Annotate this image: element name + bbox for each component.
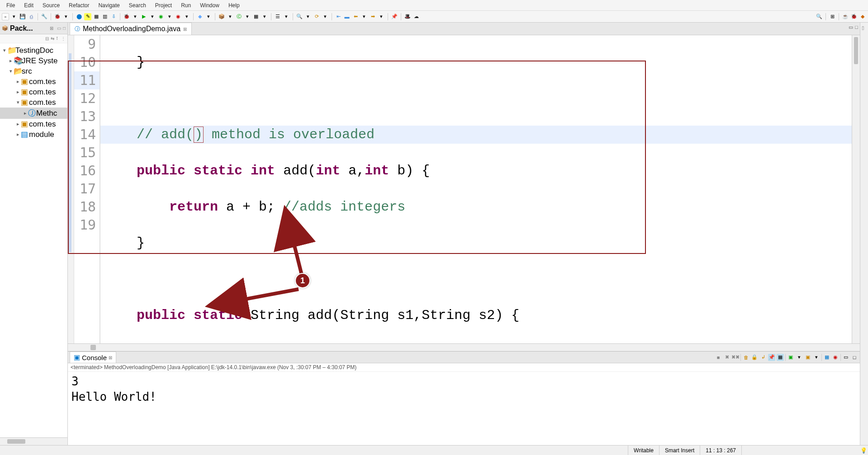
tree-module[interactable]: ▸▤module	[0, 129, 67, 140]
dropdown-icon[interactable]: ▾	[166, 13, 173, 20]
tree-class-selected[interactable]: ▸ⒿMethc	[0, 108, 67, 119]
remove-icon[interactable]: ✖	[723, 354, 730, 361]
run-icon[interactable]: ▶	[140, 13, 147, 20]
dropdown-icon[interactable]: ▾	[183, 13, 190, 20]
search-icon[interactable]: 🔍	[816, 13, 823, 20]
nav-icon[interactable]: ⇤	[335, 13, 342, 20]
new-icon[interactable]: ▫	[2, 13, 9, 20]
dropdown-icon[interactable]: ▾	[322, 13, 329, 20]
editor-hscrollbar[interactable]	[68, 343, 860, 351]
tool-icon[interactable]: ☰	[274, 13, 281, 20]
dropdown-icon[interactable]: ▾	[796, 354, 803, 361]
tree-project[interactable]: ▾📁TestingDoc	[0, 45, 67, 56]
minimize-icon[interactable]: ▭	[57, 26, 61, 31]
pin-icon[interactable]: 📌	[768, 354, 775, 361]
package-explorer-tab[interactable]: 📦 Pack... ⊠ ▭ □	[0, 23, 67, 34]
menu-icon[interactable]: ⋮	[61, 36, 66, 41]
debug-icon[interactable]: 🐞	[54, 13, 61, 20]
nav-icon[interactable]: ▬	[343, 13, 351, 20]
menu-refactor[interactable]: Refactor	[64, 1, 94, 9]
new-class-icon[interactable]: Ⓒ	[235, 13, 242, 20]
menu-file[interactable]: File	[2, 1, 19, 9]
tree-package[interactable]: ▸▣com.tes	[0, 87, 67, 97]
dropdown-icon[interactable]: ▾	[304, 13, 312, 20]
minimize-icon[interactable]: ▭	[849, 24, 853, 30]
close-icon[interactable]: ⊠	[183, 27, 187, 32]
menu-edit[interactable]: Edit	[19, 1, 38, 9]
display-icon[interactable]: ▦	[777, 354, 784, 361]
editor-tab-active[interactable]: Ⓙ MethodOverloadingDemo.java ⊠	[70, 23, 192, 35]
tree-package[interactable]: ▸▣com.tes	[0, 76, 67, 87]
menu-help[interactable]: Help	[224, 1, 244, 9]
tool-icon[interactable]: ▦	[93, 13, 100, 20]
tree-package[interactable]: ▾▣com.tes	[0, 97, 67, 108]
dropdown-icon[interactable]: ▾	[149, 13, 156, 20]
tool-icon[interactable]: 🎩	[404, 13, 411, 20]
code-content[interactable]: } // add() method is overloaded public s…	[100, 35, 852, 343]
filter-icon[interactable]: ⠇	[56, 36, 59, 41]
menu-search[interactable]: Search	[124, 1, 151, 9]
forward-icon[interactable]: ➡	[369, 13, 376, 20]
scroll-lock-icon[interactable]: 🔒	[751, 354, 758, 361]
debug-perspective-icon[interactable]: 🐞	[850, 13, 858, 20]
cloud-icon[interactable]: ☁	[413, 13, 420, 20]
debug-run-icon[interactable]: 🐞	[123, 13, 130, 20]
link-icon[interactable]: ⇆	[51, 36, 54, 41]
java-perspective-icon[interactable]: ☕	[842, 13, 849, 20]
search-icon[interactable]: 🔍	[296, 13, 303, 20]
dropdown-icon[interactable]: ▾	[283, 13, 290, 20]
dropdown-icon[interactable]: ▾	[813, 354, 820, 361]
sidebar-scrollbar[interactable]	[0, 437, 67, 445]
save-all-icon[interactable]: ⎙	[28, 13, 35, 20]
new-package-icon[interactable]: 📦	[218, 13, 225, 20]
menu-run[interactable]: Run	[176, 1, 195, 9]
tool-icon[interactable]: ▥	[101, 13, 109, 20]
tool-icon[interactable]: ▦	[823, 354, 830, 361]
menu-project[interactable]: Project	[151, 1, 176, 9]
restore-icon[interactable]: ▯	[860, 23, 865, 30]
console-output[interactable]: 3 Hello World!	[68, 372, 860, 445]
dropdown-icon[interactable]: ▾	[244, 13, 251, 20]
clear-icon[interactable]: 🗑	[742, 354, 749, 361]
maximize-icon[interactable]: □	[851, 354, 858, 361]
tool-icon[interactable]: ◆	[196, 13, 204, 20]
tree-src[interactable]: ▾📂src	[0, 66, 67, 76]
dropdown-icon[interactable]: ▾	[10, 13, 18, 20]
maximize-icon[interactable]: □	[63, 26, 66, 31]
open-console-icon[interactable]: ▣	[787, 354, 794, 361]
outline-minimized[interactable]: ▯	[860, 23, 868, 445]
maximize-icon[interactable]: □	[855, 24, 858, 30]
menu-window[interactable]: Window	[195, 1, 224, 9]
pin-icon[interactable]: 📌	[391, 13, 398, 20]
highlight-icon[interactable]: ✎	[84, 13, 91, 20]
breakpoint-icon[interactable]: ⬤	[76, 13, 83, 20]
tree-jre[interactable]: ▸📚JRE Syste	[0, 56, 67, 66]
folding-ruler[interactable]	[68, 35, 74, 343]
tool-icon[interactable]: ▦	[252, 13, 260, 20]
console-tab[interactable]: ▣ Console ⊠	[70, 352, 116, 363]
word-wrap-icon[interactable]: ↲	[759, 354, 767, 361]
new-console-icon[interactable]: ▣	[804, 354, 811, 361]
dropdown-icon[interactable]: ▾	[132, 13, 139, 20]
perspective-icon[interactable]: ⊞	[829, 13, 836, 20]
dropdown-icon[interactable]: ▾	[261, 13, 268, 20]
dropdown-icon[interactable]: ▾	[227, 13, 234, 20]
dropdown-icon[interactable]: ▾	[378, 13, 385, 20]
project-tree[interactable]: ▾📁TestingDoc ▸📚JRE Syste ▾📂src ▸▣com.tes…	[0, 43, 67, 437]
terminate-icon[interactable]: ■	[715, 354, 722, 361]
editor-vscrollbar[interactable]	[852, 35, 860, 343]
dropdown-icon[interactable]: ▾	[62, 13, 70, 20]
menu-source[interactable]: Source	[38, 1, 64, 9]
tip-icon[interactable]: 💡	[859, 447, 868, 454]
save-icon[interactable]: 💾	[19, 13, 26, 20]
back-icon[interactable]: ⬅	[352, 13, 359, 20]
coverage-icon[interactable]: ◉	[157, 13, 165, 20]
tool-icon[interactable]: ◉	[832, 354, 839, 361]
tool-icon[interactable]: 🔧	[41, 13, 48, 20]
collapse-icon[interactable]: ⊟	[45, 36, 49, 41]
external-icon[interactable]: ◉	[175, 13, 182, 20]
dropdown-icon[interactable]: ▾	[205, 13, 212, 20]
close-icon[interactable]: ⊠	[109, 355, 112, 360]
tool-icon[interactable]: ⇩	[110, 13, 117, 20]
close-icon[interactable]: ⊠	[50, 26, 53, 31]
